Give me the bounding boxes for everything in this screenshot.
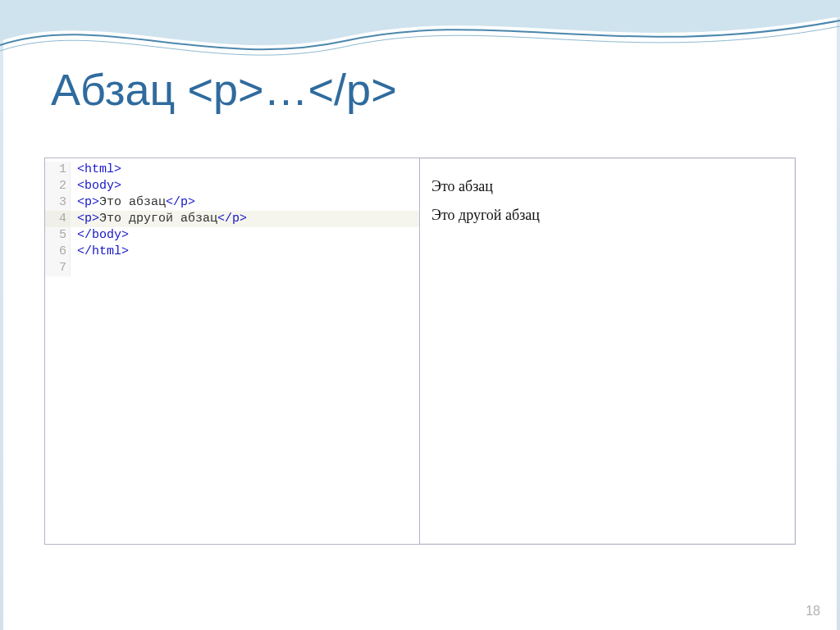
code-line: 1<html> <box>45 162 419 178</box>
html-tag: </p> <box>166 195 195 209</box>
code-content: <body> <box>77 178 121 194</box>
html-tag: <html> <box>77 162 121 176</box>
line-number: 1 <box>45 162 71 178</box>
content-frame: 1<html>2<body>3 <p>Это абзац</p>4 <p>Это… <box>44 158 796 545</box>
code-content: </html> <box>77 244 129 260</box>
code-line: 3 <p>Это абзац</p> <box>45 194 419 211</box>
line-number: 5 <box>45 227 71 244</box>
line-number: 4 <box>45 211 71 227</box>
line-number: 3 <box>45 194 71 211</box>
preview-paragraph-2: Это другой абзац <box>431 207 783 224</box>
html-tag: </html> <box>77 244 129 258</box>
html-tag: </body> <box>77 228 129 242</box>
code-content: <p>Это другой абзац</p> <box>77 211 247 227</box>
preview-paragraph-1: Это абзац <box>431 178 783 195</box>
slide: Абзац <p>…</p> 1<html>2<body>3 <p>Это аб… <box>0 0 840 630</box>
line-number: 2 <box>45 178 71 194</box>
slide-border-right <box>837 0 840 630</box>
html-tag: <p> <box>77 195 99 209</box>
code-pane: 1<html>2<body>3 <p>Это абзац</p>4 <p>Это… <box>45 158 420 544</box>
code-text: Это абзац <box>99 195 166 209</box>
page-number: 18 <box>806 604 820 619</box>
code-text: Это другой абзац <box>99 212 217 226</box>
line-number: 6 <box>45 244 71 260</box>
code-content: <p>Это абзац</p> <box>77 194 195 211</box>
slide-title: Абзац <p>…</p> <box>51 64 397 115</box>
html-tag: </p> <box>217 212 247 226</box>
code-line: 5</body> <box>45 227 419 244</box>
code-line: 2<body> <box>45 178 419 194</box>
code-line: 7 <box>45 260 419 276</box>
preview-pane: Это абзац Это другой абзац <box>420 158 795 544</box>
slide-border-left <box>0 0 3 630</box>
code-line: 6</html> <box>45 244 419 260</box>
code-line: 4 <p>Это другой абзац</p> <box>45 211 419 227</box>
code-content: </body> <box>77 227 129 244</box>
line-number: 7 <box>45 260 71 276</box>
html-tag: <body> <box>77 179 121 193</box>
html-tag: <p> <box>77 212 99 226</box>
code-content: <html> <box>77 162 121 178</box>
decorative-wave-icon <box>0 0 840 74</box>
